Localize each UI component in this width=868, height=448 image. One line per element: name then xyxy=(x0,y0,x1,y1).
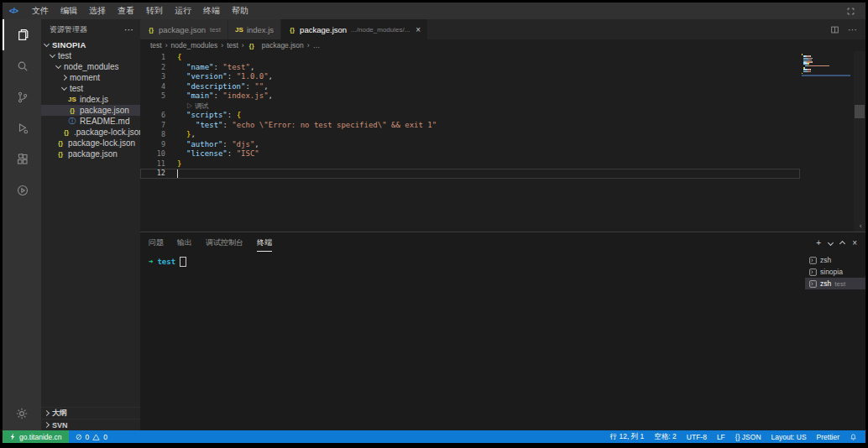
js-file-icon: JS xyxy=(235,26,243,34)
code-line-11: 11} xyxy=(140,159,800,169)
menu-item[interactable]: 编辑 xyxy=(55,3,83,19)
code-area: 1{2"name": "test",3"version": "1.0.0",4"… xyxy=(140,53,800,179)
codelens-debug[interactable]: ▷ 调试 xyxy=(140,102,800,112)
remote-indicator[interactable]: go.titanide.cn xyxy=(3,430,69,443)
json-file-icon: {} xyxy=(62,128,71,136)
explorer-icon[interactable] xyxy=(3,19,41,50)
fullscreen-icon[interactable] xyxy=(846,7,865,16)
status-item[interactable]: Layout: US xyxy=(771,433,807,441)
status-item[interactable]: {} JSON xyxy=(735,433,761,441)
tree-item-label: README.md xyxy=(80,117,129,126)
tree-item-index-js[interactable]: JSindex.js xyxy=(41,94,140,105)
sidebar-section-大纲[interactable]: 大纲 xyxy=(41,407,140,419)
token: "djs" xyxy=(232,140,254,148)
more-actions-icon[interactable]: ⋯ xyxy=(124,24,133,35)
maximize-panel-icon[interactable] xyxy=(840,239,844,246)
extensions-icon[interactable] xyxy=(3,143,41,175)
tree-item-package-json[interactable]: {}package.json xyxy=(41,148,140,159)
sidebar-section-svn[interactable]: SVN xyxy=(41,419,140,430)
scrollbar-handle[interactable] xyxy=(855,105,865,118)
panel-tab-输出[interactable]: 输出 xyxy=(177,233,192,252)
panel-tab-调试控制台[interactable]: 调试控制台 xyxy=(206,233,243,252)
status-item[interactable]: Prettier xyxy=(817,433,839,441)
chevron-left-icon[interactable]: ‹ xyxy=(859,221,863,230)
tab-index-js[interactable]: JSindex.js xyxy=(228,19,280,39)
breadcrumb-item[interactable]: … xyxy=(313,41,321,49)
line-number: 8 xyxy=(140,130,165,140)
notifications-bell-icon[interactable] xyxy=(850,433,857,441)
close-panel-icon[interactable]: × xyxy=(852,238,857,247)
code-text: "license": "ISC" xyxy=(177,149,259,159)
token: "1.0.0" xyxy=(237,72,269,81)
panel-tab-问题[interactable]: 问题 xyxy=(149,233,164,252)
bottom-panel: 问题输出调试控制台终端 + × ➜test zshsinopiazshtest xyxy=(140,232,865,430)
terminal-item-sinopia[interactable]: sinopia xyxy=(805,266,865,278)
search-icon[interactable] xyxy=(3,50,41,81)
token: "license" xyxy=(186,149,227,158)
token: "main" xyxy=(186,91,214,100)
sidebar-explorer: 资源管理器 ⋯ SINOPIAtestnode_modulesmomenttes… xyxy=(41,19,140,430)
json-file-icon: {} xyxy=(56,139,65,147)
play-circle-icon[interactable] xyxy=(3,175,41,206)
tree-item-readme-md[interactable]: ⓘREADME.md xyxy=(41,116,140,127)
section-label: 大纲 xyxy=(52,408,67,419)
code-line-12: 12 xyxy=(140,169,800,179)
panel-tab-终端[interactable]: 终端 xyxy=(257,233,272,252)
menu-item[interactable]: 转到 xyxy=(140,3,169,19)
breadcrumb-item[interactable]: test xyxy=(227,41,238,49)
breadcrumb-item[interactable]: {}package.json xyxy=(248,41,304,49)
tree-item--package-lock-json[interactable]: {}.package-lock.json xyxy=(41,127,140,138)
tab-package-json[interactable]: {}package.jsontest xyxy=(140,19,227,39)
sidebar-title: 资源管理器 xyxy=(50,24,87,35)
editor[interactable]: 1{2"name": "test",3"version": "1.0.0",4"… xyxy=(140,51,865,232)
sidebar-spacer xyxy=(41,159,140,407)
info-file-icon: ⓘ xyxy=(68,116,76,127)
tree-item-node-modules[interactable]: node_modules xyxy=(41,61,140,72)
menu-item[interactable]: 终端 xyxy=(197,3,226,19)
code-line-10: 10"license": "ISC" xyxy=(140,149,800,159)
breadcrumb-item[interactable]: node_modules xyxy=(171,41,218,49)
title-bar: </> 文件编辑选择查看转到运行终端帮助 xyxy=(3,3,865,19)
code-text: "scripts": { xyxy=(177,111,241,121)
problems-status[interactable]: 0 0 xyxy=(69,433,114,441)
menu-item[interactable]: 选择 xyxy=(83,3,112,19)
menu-item[interactable]: 文件 xyxy=(26,3,55,19)
status-item[interactable]: UTF-8 xyxy=(687,433,707,441)
manage-gear-icon[interactable] xyxy=(3,397,41,430)
line-number: 3 xyxy=(140,72,165,82)
terminal-output[interactable]: ➜test xyxy=(140,253,805,430)
tree-item-package-lock-json[interactable]: {}package-lock.json xyxy=(41,138,140,148)
tree-item-moment[interactable]: moment xyxy=(41,72,140,83)
tab-package-json[interactable]: {}package.json.../node_modules/...× xyxy=(281,19,427,39)
more-actions-icon[interactable]: ⋯ xyxy=(848,24,857,35)
breadcrumb-item[interactable]: test xyxy=(150,41,162,49)
tree-item-label: .package-lock.json xyxy=(74,128,140,137)
terminal-item-zsh[interactable]: zshtest xyxy=(805,278,865,289)
close-icon[interactable]: × xyxy=(416,25,421,34)
status-item[interactable]: LF xyxy=(717,433,725,441)
tree-item-sinopia[interactable]: SINOPIA xyxy=(41,39,140,50)
chevron-right-icon xyxy=(44,422,50,428)
minimap[interactable] xyxy=(802,54,852,76)
tree-item-test[interactable]: test xyxy=(41,50,140,61)
source-control-icon[interactable] xyxy=(3,81,41,112)
code-line-1: 1{ xyxy=(140,53,800,63)
menu-item[interactable]: 查看 xyxy=(112,3,140,19)
js-file-icon: JS xyxy=(68,96,76,103)
new-terminal-icon[interactable]: + xyxy=(816,238,821,247)
status-item[interactable]: 行 12, 列 1 xyxy=(610,432,645,442)
chevron-down-icon[interactable] xyxy=(829,241,833,245)
menu-item[interactable]: 运行 xyxy=(169,3,197,19)
menu-item[interactable]: 帮助 xyxy=(226,3,254,19)
editor-scrollbar[interactable] xyxy=(854,51,865,232)
status-bar: go.titanide.cn 0 0 行 12, 列 1空格: 2UTF-8LF… xyxy=(3,430,865,443)
tree-item-package-json[interactable]: {}package.json xyxy=(41,105,140,116)
tree-item-test[interactable]: test xyxy=(41,83,140,94)
status-item[interactable]: 空格: 2 xyxy=(654,432,676,442)
code-line-6: 6"scripts": { xyxy=(140,111,800,121)
run-debug-icon[interactable] xyxy=(3,112,41,143)
breadcrumb-separator: › xyxy=(221,41,223,49)
split-editor-icon[interactable] xyxy=(830,25,839,34)
terminal-item-zsh[interactable]: zsh xyxy=(805,254,865,266)
token: , xyxy=(264,82,268,91)
